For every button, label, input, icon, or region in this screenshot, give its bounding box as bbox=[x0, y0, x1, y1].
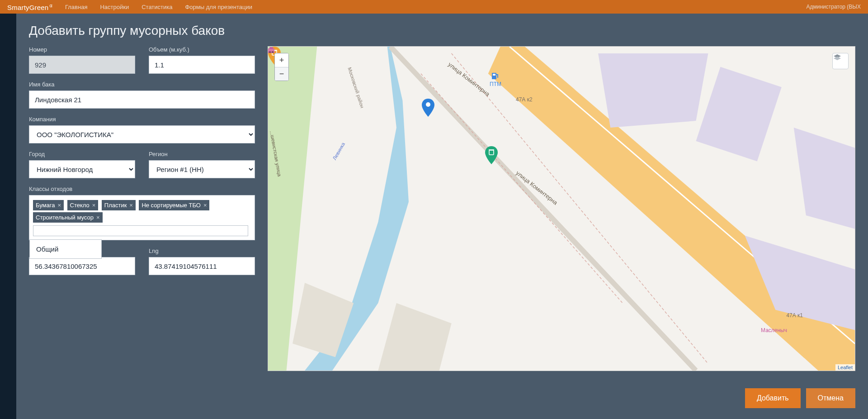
layers-icon bbox=[833, 53, 842, 62]
label-region: Регион bbox=[149, 151, 255, 157]
label-company: Компания bbox=[29, 116, 255, 123]
map-addr-label: 47А к2 bbox=[516, 96, 533, 103]
svg-point-14 bbox=[426, 102, 430, 107]
gas-station-icon bbox=[492, 73, 499, 80]
dropdown-option-general[interactable]: Общий bbox=[36, 245, 95, 253]
tag-paper: Бумага× bbox=[33, 200, 64, 210]
input-volume[interactable] bbox=[149, 56, 255, 74]
map-layers-button[interactable] bbox=[832, 53, 849, 69]
tag-unsorted: Не сортируемые ТБО× bbox=[139, 200, 209, 210]
svg-rect-20 bbox=[493, 74, 495, 76]
nav-links: Главная Настройки Статистика Формы для п… bbox=[65, 4, 806, 10]
waste-classes-box[interactable]: Бумага× Стекло× Пластик× Не сортируемые … bbox=[29, 195, 255, 240]
waste-classes-dropdown[interactable]: Общий bbox=[29, 239, 102, 259]
map-attribution[interactable]: Leaflet bbox=[835, 364, 855, 371]
label-waste-classes: Классы отходов bbox=[29, 186, 255, 192]
nav-forms[interactable]: Формы для презентации bbox=[185, 4, 252, 10]
tag-remove-icon[interactable]: × bbox=[203, 202, 207, 209]
modal-footer: Добавить Отмена bbox=[16, 381, 868, 419]
car-icon bbox=[268, 47, 274, 53]
input-number bbox=[29, 56, 135, 74]
zoom-in-button[interactable]: + bbox=[275, 53, 288, 67]
select-region[interactable]: Регион #1 (НН) bbox=[149, 160, 255, 178]
map-addr-label: 47А к1 bbox=[786, 312, 803, 319]
svg-marker-30 bbox=[834, 57, 841, 60]
map[interactable]: улица Коминтерна улица Коминтерна Москов… bbox=[268, 46, 855, 371]
svg-rect-26 bbox=[268, 49, 274, 52]
submit-button[interactable]: Добавить bbox=[745, 388, 801, 408]
nav-home[interactable]: Главная bbox=[65, 4, 87, 10]
modal-body: Номер Объем (м.куб.) Имя бака Компания О… bbox=[16, 46, 868, 381]
tag-remove-icon[interactable]: × bbox=[96, 214, 100, 221]
label-bin-name: Имя бака bbox=[29, 81, 255, 88]
input-bin-name[interactable] bbox=[29, 90, 255, 109]
tag-remove-icon[interactable]: × bbox=[57, 202, 61, 209]
user-menu[interactable]: Администратор (ВЫХ bbox=[806, 4, 861, 10]
svg-marker-8 bbox=[598, 53, 708, 128]
nav-settings[interactable]: Настройки bbox=[100, 4, 129, 10]
waste-classes-input[interactable] bbox=[33, 225, 248, 236]
label-volume: Объем (м.куб.) bbox=[149, 46, 255, 53]
topbar: SmartyGreenα Главная Настройки Статистик… bbox=[0, 0, 868, 14]
select-company[interactable]: ООО "ЭКОЛОГИСТИКА" bbox=[29, 125, 255, 143]
tag-remove-icon[interactable]: × bbox=[129, 202, 133, 209]
svg-point-27 bbox=[269, 51, 271, 53]
tag-remove-icon[interactable]: × bbox=[92, 202, 96, 209]
zoom-out-button[interactable]: − bbox=[275, 67, 288, 81]
modal-add-bin-group: Добавить группу мусорных баков Номер Объ… bbox=[16, 14, 868, 419]
modal-title: Добавить группу мусорных баков bbox=[16, 14, 868, 46]
input-lng[interactable] bbox=[149, 257, 255, 275]
input-lat[interactable] bbox=[29, 257, 135, 275]
label-number: Номер bbox=[29, 46, 135, 53]
label-lng: Lng bbox=[149, 248, 255, 254]
nav-stats[interactable]: Статистика bbox=[142, 4, 172, 10]
map-poi-gas-label: ПТМ bbox=[490, 81, 501, 87]
brand-suffix: α bbox=[49, 3, 52, 8]
form-column: Номер Объем (м.куб.) Имя бака Компания О… bbox=[29, 46, 255, 371]
tag-glass: Стекло× bbox=[67, 200, 99, 210]
tag-plastic: Пластик× bbox=[102, 200, 136, 210]
tag-construction: Строительный мусор× bbox=[33, 212, 103, 223]
brand: SmartyGreenα bbox=[7, 3, 52, 11]
cancel-button[interactable]: Отмена bbox=[806, 388, 855, 408]
map-zoom: + − bbox=[274, 53, 289, 81]
label-city: Город bbox=[29, 151, 135, 157]
marker-blue-icon[interactable] bbox=[422, 99, 434, 117]
brand-text: SmartyGreen bbox=[7, 4, 48, 11]
map-poi-shop-label: Масленыч bbox=[761, 327, 787, 333]
svg-point-28 bbox=[272, 51, 274, 53]
select-city[interactable]: Нижний Новгород bbox=[29, 160, 135, 178]
marker-green-trash-icon[interactable] bbox=[485, 146, 498, 164]
